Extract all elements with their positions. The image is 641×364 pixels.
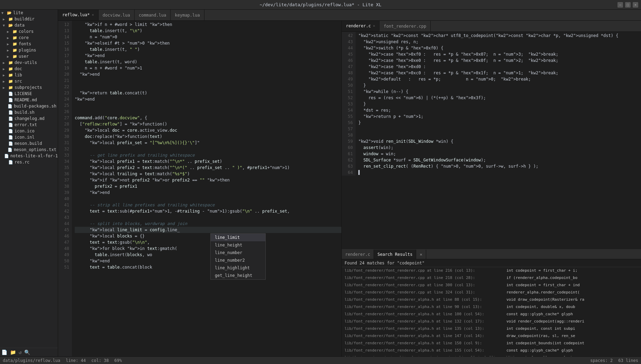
- sidebar-label: build-packages.sh: [14, 104, 56, 109]
- sidebar-item-build.sh[interactable]: 📄build.sh: [0, 109, 58, 115]
- search-result-row[interactable]: lib/font_renderer/font_renderer_alpha.h …: [342, 333, 641, 340]
- sidebar-item-src[interactable]: ▶📁src: [0, 78, 58, 84]
- search-result-row[interactable]: lib/font_renderer/font_renderer.cpp at l…: [342, 289, 641, 296]
- sidebar-item-LICENSE[interactable]: 📄LICENSE: [0, 91, 58, 97]
- autocomplete-item[interactable]: line_limit: [211, 234, 265, 241]
- search-result-row[interactable]: lib/font_renderer/font_renderer_alpha.h …: [342, 340, 641, 347]
- sidebar-item-fonts[interactable]: ▶📁fonts: [0, 41, 58, 47]
- sidebar-item-core[interactable]: ▶📁core: [0, 35, 58, 41]
- new-folder-icon[interactable]: 📁: [10, 349, 16, 355]
- sidebar-item-subprojects[interactable]: ▶📁subprojects: [0, 84, 58, 91]
- maximize-button[interactable]: □: [625, 2, 631, 8]
- sidebar-label: meson.build: [15, 141, 42, 146]
- code-line: "kw">local prefix_set = "[^%w\n%[%](){}'…: [75, 140, 341, 146]
- sidebar-item-dev-utils[interactable]: ▶📁dev-utils: [0, 59, 58, 66]
- refresh-icon[interactable]: ↺: [19, 349, 21, 355]
- right-code-view[interactable]: 4243444546474849505152535455565758596061…: [342, 32, 641, 176]
- statusbar-line: line: 44: [66, 358, 86, 363]
- search-result-row[interactable]: lib/font_renderer/font_renderer.cpp at l…: [342, 274, 641, 282]
- bottom-tab-renderer[interactable]: renderer.c: [342, 250, 374, 259]
- sr-file: lib/font_renderer/font_renderer_alpha.h …: [345, 340, 504, 346]
- sr-file: lib/font_renderer/font_renderer_alpha.h …: [345, 348, 504, 353]
- search-result-row[interactable]: lib/font_renderer/font_renderer_alpha.h …: [342, 304, 641, 311]
- code-line: "kw">local trailing = text:match("%s*$"): [75, 171, 341, 177]
- tab-font-renderer-cpp[interactable]: font_renderer.cpp: [379, 21, 431, 31]
- code-line: command.add("core.docview", {: [75, 115, 341, 121]
- tab-command-lua[interactable]: command.lua: [135, 10, 171, 20]
- code-line: -- get line prefix and trailing whitespa…: [75, 152, 341, 158]
- tab-reflow-lua[interactable]: reflow.lua* ✕: [58, 10, 99, 20]
- code-line: "kw">end: [75, 53, 341, 59]
- folder-icon: 📁: [12, 48, 17, 53]
- sidebar-item-meson.build[interactable]: 📄meson.build: [0, 140, 58, 147]
- code-line: "kw2">case "hex">0xd0 :: [358, 64, 641, 70]
- sidebar-item-notes-lite-xl-for-1.16[interactable]: 📄notes-lite-xl-for-1.16: [0, 153, 58, 159]
- titlebar-controls: — □ ✕: [617, 2, 638, 8]
- sidebar-item-lib[interactable]: ▶📁lib: [0, 72, 58, 78]
- sidebar-label: build.sh: [15, 110, 35, 115]
- autocomplete-item[interactable]: get_line_height: [211, 272, 265, 279]
- sidebar-item-data[interactable]: ▼📂data: [0, 22, 58, 28]
- sidebar-item-lite[interactable]: ▼📂lite: [0, 10, 58, 16]
- search-result-row[interactable]: lib/font_renderer/notes-lite-font-render…: [342, 354, 641, 356]
- sidebar-item-colors[interactable]: ▶📁colors: [0, 28, 58, 35]
- bottom-tab-close[interactable]: ✕: [416, 250, 426, 259]
- sidebar-item-README.md[interactable]: 📄README.md: [0, 97, 58, 103]
- search-result-row[interactable]: lib/font_renderer/font_renderer_alpha.h …: [342, 296, 641, 304]
- code-line: window = win;: [358, 151, 641, 157]
- search-result-row[interactable]: lib/font_renderer/font_renderer.cpp at l…: [342, 267, 641, 274]
- sidebar-item-meson_options.txt[interactable]: 📄meson_options.txt: [0, 147, 58, 153]
- folder-arrow: ▶: [3, 17, 7, 21]
- folder-icon: 📂: [8, 23, 13, 28]
- code-line: "kw2">case "hex">0xe0 : res = *p & "hex"…: [358, 57, 641, 64]
- tab-close-renderer[interactable]: ✕: [373, 24, 375, 28]
- sidebar-item-icon.inl[interactable]: 📄icon.inl: [0, 134, 58, 140]
- sidebar-item-user[interactable]: ▶📁user: [0, 53, 58, 59]
- search-result-row[interactable]: lib/font_renderer/font_renderer_alpha.h …: [342, 347, 641, 354]
- search-results-list[interactable]: lib/font_renderer/font_renderer.cpp at l…: [342, 267, 641, 356]
- bottom-tab-search[interactable]: Search Results: [374, 250, 416, 259]
- sidebar-item-res.rc[interactable]: 📄res.rc: [0, 159, 58, 165]
- sidebar-item-builddir[interactable]: ▶📁builddir: [0, 16, 58, 22]
- tab-renderer-c[interactable]: renderer.c ✕: [342, 21, 379, 31]
- sidebar-item-build-packages.sh[interactable]: 📄build-packages.sh: [0, 103, 58, 109]
- search-icon[interactable]: 🔍: [24, 349, 30, 355]
- sidebar-item-icon.ico[interactable]: 📄icon.ico: [0, 128, 58, 134]
- folder-icon: 📁: [8, 60, 13, 65]
- folder-icon: 📁: [12, 42, 17, 46]
- code-line: "kw">local line_limit = config.line_: [75, 227, 341, 233]
- sidebar-item-plugins[interactable]: ▶📁plugins: [0, 47, 58, 53]
- left-code-view[interactable]: 1213141516171819202122232425262728293031…: [58, 21, 341, 356]
- sidebar-item-doc[interactable]: ▶📁doc: [0, 66, 58, 72]
- file-icon: 📄: [8, 135, 13, 140]
- code-line: table.insert(t, " "): [75, 46, 341, 53]
- autocomplete-item[interactable]: line_height: [211, 241, 265, 249]
- sidebar-item-changelog.md[interactable]: 📄changelog.md: [0, 115, 58, 122]
- minimize-button[interactable]: —: [617, 2, 623, 8]
- left-code-content[interactable]: "kw">if n + #word > limit "kw">then tabl…: [72, 21, 341, 356]
- search-result-row[interactable]: lib/font_renderer/font_renderer_alpha.h …: [342, 325, 641, 333]
- sidebar-item-error.txt[interactable]: 📄error.txt: [0, 122, 58, 128]
- sidebar-label: plugins: [19, 48, 36, 53]
- search-result-row[interactable]: lib/font_renderer/font_renderer.cpp at l…: [342, 282, 641, 289]
- autocomplete-item[interactable]: line_number: [211, 249, 265, 256]
- search-header-text: Found 24 matches for "codepoint": [345, 261, 424, 265]
- sr-code: int codepoint, const int subpi: [506, 326, 638, 332]
- new-file-icon[interactable]: 📄: [1, 349, 7, 355]
- sidebar-label: subprojects: [15, 85, 42, 90]
- code-line: }: [358, 101, 641, 107]
- sr-code: const agg::glyph_cache* glyph: [506, 348, 638, 353]
- tab-docview-lua[interactable]: docview.lua: [99, 10, 135, 20]
- autocomplete-item[interactable]: line_number2: [211, 256, 265, 264]
- tab-close-reflow[interactable]: ✕: [92, 13, 94, 17]
- statusbar-spaces: spaces: 2: [590, 358, 613, 363]
- right-code-content[interactable]: "kw2">static "kw2">const "kw2">char* utf…: [356, 32, 641, 176]
- tab-keymap-lua[interactable]: keymap.lua: [171, 10, 204, 20]
- file-icon: 📄: [8, 116, 13, 121]
- search-result-row[interactable]: lib/font_renderer/font_renderer_alpha.h …: [342, 311, 641, 318]
- autocomplete-item[interactable]: line_highlight: [211, 264, 265, 272]
- sr-code: int codepoint, double& x, doub: [506, 304, 638, 310]
- close-button[interactable]: ✕: [633, 2, 638, 8]
- search-result-row[interactable]: lib/font_renderer/font_renderer_alpha.h …: [342, 318, 641, 325]
- code-line: SDL_Surface *surf = SDL_GetWindowSurface…: [358, 157, 641, 163]
